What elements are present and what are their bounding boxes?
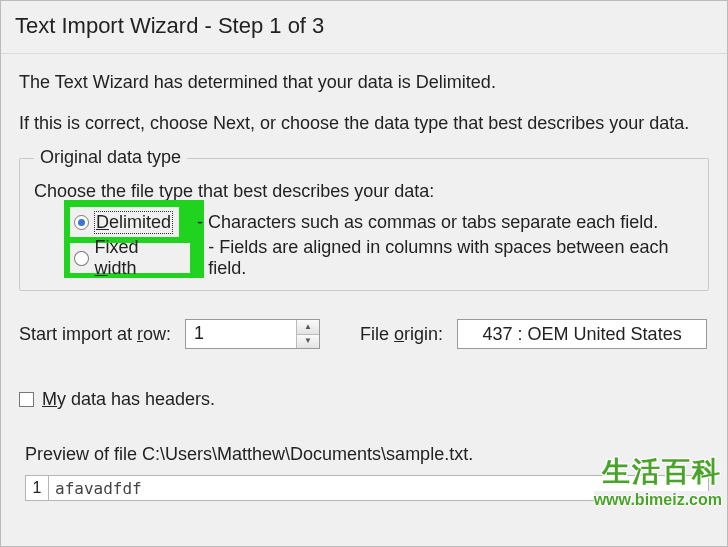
start-row-spinner[interactable]: 1 ▲ ▼ [185, 319, 320, 349]
text-import-wizard: Text Import Wizard - Step 1 of 3 The Tex… [0, 0, 728, 547]
headers-label: My data has headers. [42, 389, 215, 410]
intro-line-1: The Text Wizard has determined that your… [19, 72, 709, 93]
spinner-down-icon[interactable]: ▼ [297, 335, 319, 349]
headers-checkbox[interactable] [19, 392, 34, 407]
intro-line-2: If this is correct, choose Next, or choo… [19, 113, 709, 134]
import-options-row: Start import at row: 1 ▲ ▼ File origin: … [19, 319, 709, 349]
group-instruction: Choose the file type that best describes… [34, 181, 694, 202]
radio-delimited-row[interactable]: Delimited - Characters such as commas or… [70, 204, 694, 240]
spinner-arrows[interactable]: ▲ ▼ [296, 320, 319, 348]
file-origin-combo[interactable]: 437 : OEM United States [457, 319, 707, 349]
preview-box: 1 afavadfdf [25, 475, 709, 501]
file-origin-label: File origin: [360, 324, 443, 345]
spinner-up-icon[interactable]: ▲ [297, 320, 319, 335]
start-row-value[interactable]: 1 [186, 320, 296, 348]
radio-fixed-width-desc: - Fields are aligned in columns with spa… [208, 237, 694, 279]
radio-fixed-width-row[interactable]: Fixed width - Fields are aligned in colu… [70, 240, 694, 276]
preview-line-number: 1 [26, 476, 49, 500]
preview-line-text: afavadfdf [49, 476, 708, 500]
group-legend: Original data type [34, 147, 187, 168]
radio-fixed-width-label: Fixed width [95, 237, 183, 279]
radio-options: Delimited - Characters such as commas or… [70, 204, 694, 276]
file-origin-value: 437 : OEM United States [483, 324, 682, 345]
radio-delimited-label: Delimited [95, 212, 172, 233]
radio-delimited[interactable] [74, 215, 89, 230]
radio-fixed-width[interactable] [74, 251, 89, 266]
headers-checkbox-row[interactable]: My data has headers. [19, 389, 709, 410]
preview-label: Preview of file C:\Users\Matthew\Documen… [25, 444, 709, 465]
radio-delimited-desc: - Characters such as commas or tabs sepa… [197, 212, 658, 233]
content-area: The Text Wizard has determined that your… [1, 54, 727, 501]
window-title: Text Import Wizard - Step 1 of 3 [15, 13, 324, 38]
start-row-label: Start import at row: [19, 324, 171, 345]
original-data-type-group: Original data type Choose the file type … [19, 158, 709, 291]
title-bar: Text Import Wizard - Step 1 of 3 [1, 1, 727, 54]
